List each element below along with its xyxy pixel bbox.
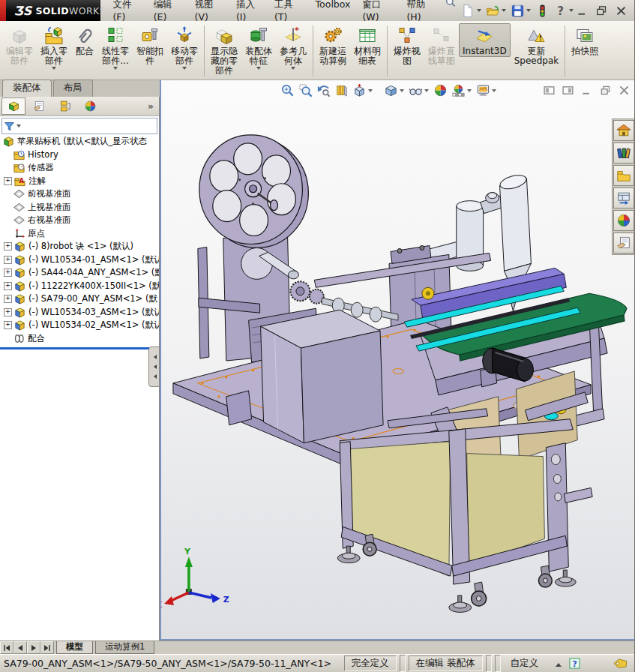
- new-doc-button[interactable]: [460, 3, 484, 19]
- pane-left-icon[interactable]: [543, 84, 556, 97]
- dropdown-caret[interactable]: [502, 9, 506, 14]
- show-hidden-button[interactable]: 显示隐藏的零部件: [207, 23, 241, 76]
- exploded-view-button[interactable]: 爆炸视图: [390, 23, 424, 67]
- tree-filter-input[interactable]: [22, 118, 157, 134]
- nav-prev-button[interactable]: [13, 641, 27, 654]
- assembly-features-button[interactable]: 装配体特征: [241, 23, 276, 73]
- label-reel[interactable]: [199, 135, 309, 248]
- fm-tab-1[interactable]: [27, 98, 51, 115]
- expand-toggle[interactable]: +: [4, 242, 12, 250]
- dropdown-caret[interactable]: [368, 89, 373, 94]
- new-motion-study-button[interactable]: 新建运动算例: [316, 23, 350, 67]
- display-style-button[interactable]: [383, 82, 406, 98]
- insert-component-button[interactable]: 插入零部件: [37, 23, 71, 73]
- dropdown-caret[interactable]: [52, 67, 56, 72]
- design-library-button[interactable]: [613, 142, 634, 164]
- view-palette-button[interactable]: [613, 188, 634, 208]
- tree-item-3[interactable]: +A注解: [0, 175, 159, 188]
- mate-button[interactable]: 配合: [71, 23, 98, 57]
- doc-restore-icon[interactable]: [599, 84, 612, 97]
- dropdown-caret[interactable]: [569, 9, 574, 14]
- appearances-ball-button[interactable]: [613, 210, 634, 231]
- status-expand-caret[interactable]: [556, 660, 562, 667]
- expand-toggle[interactable]: +: [4, 308, 12, 316]
- zoom-fit-button[interactable]: [280, 82, 295, 98]
- graphics-area[interactable]: Y X Z: [160, 80, 635, 640]
- view-orientation-button[interactable]: [352, 82, 374, 98]
- tree-item-14[interactable]: +(-) WL10534-02_ASM<1> (默认: [0, 319, 159, 332]
- tree-item-2[interactable]: 传感器: [0, 161, 159, 175]
- close-icon[interactable]: [615, 4, 628, 17]
- assembly-3d-view[interactable]: Y X Z: [161, 80, 635, 639]
- search-icon[interactable]: [445, 0, 457, 9]
- rollback-bar[interactable]: [0, 347, 159, 350]
- performance-button[interactable]: [534, 3, 551, 19]
- smart-fasteners-button[interactable]: 智能扣件: [133, 23, 167, 67]
- open-button[interactable]: [484, 3, 508, 19]
- expand-toggle[interactable]: +: [4, 177, 12, 185]
- panel-expand-chevron[interactable]: »: [148, 100, 156, 112]
- tab-layout[interactable]: 布局: [53, 80, 93, 97]
- nav-last-button[interactable]: [40, 641, 54, 654]
- nav-next-button[interactable]: [27, 641, 40, 654]
- expand-toggle[interactable]: +: [4, 321, 12, 329]
- expand-toggle[interactable]: +: [4, 295, 12, 303]
- panel-splitter-handle[interactable]: [148, 346, 160, 387]
- custom-status[interactable]: 自定义: [504, 656, 546, 670]
- section-view-button[interactable]: [334, 82, 349, 98]
- expand-toggle[interactable]: +: [4, 256, 12, 264]
- dropdown-caret[interactable]: [526, 9, 531, 14]
- doc-close-icon[interactable]: [618, 84, 631, 97]
- pane-right-icon[interactable]: [562, 84, 574, 97]
- appearance-ball-button[interactable]: [433, 82, 448, 98]
- tree-item-12[interactable]: +(-) SA79-00_ANY_ASM<1> (默: [0, 292, 159, 306]
- help-button[interactable]: ?: [552, 3, 576, 19]
- fm-tab-0[interactable]: [1, 98, 25, 115]
- tree-item-7[interactable]: 原点: [0, 227, 159, 241]
- expand-toggle[interactable]: +: [4, 282, 12, 290]
- scene-button[interactable]: [451, 82, 473, 98]
- control-box[interactable]: [261, 310, 383, 442]
- tree-item-15[interactable]: 配合: [0, 332, 159, 346]
- tree-item-10[interactable]: +(-) SA44-04A_ANY_ASM<1> (默: [0, 266, 159, 280]
- save-button[interactable]: [509, 3, 533, 19]
- tree-item-4[interactable]: 前视基准面: [0, 188, 159, 201]
- dropdown-caret[interactable]: [291, 67, 295, 72]
- dropdown-caret[interactable]: [477, 9, 481, 14]
- dropdown-caret[interactable]: [182, 67, 187, 72]
- doc-minimize-icon[interactable]: [580, 84, 593, 97]
- bom-button[interactable]: 材料明细表: [350, 23, 385, 67]
- fm-tab-2[interactable]: [52, 98, 76, 115]
- file-explorer-button[interactable]: [613, 165, 634, 186]
- snapshot-button[interactable]: 拍快照: [568, 23, 602, 57]
- view-settings-button[interactable]: [475, 82, 498, 98]
- tree-item-6[interactable]: 右视基准面: [0, 214, 159, 227]
- custom-properties-button[interactable]: [613, 232, 634, 254]
- tree-item-0[interactable]: 苹果贴标机 (默认<默认_显示状态: [0, 135, 159, 148]
- hide-show-button[interactable]: [408, 82, 430, 98]
- tab-assembly[interactable]: 装配体: [2, 80, 52, 97]
- dropdown-caret[interactable]: [256, 67, 261, 72]
- linear-pattern-button[interactable]: 线性零部件...: [98, 23, 133, 73]
- tree-item-8[interactable]: +(-) 8)robot 诀 <1> (默认): [0, 240, 159, 254]
- tree-item-1[interactable]: History: [0, 148, 159, 162]
- tree-item-13[interactable]: +(-) WL10534-03_ASM<1> (默认: [0, 306, 159, 320]
- tree-item-5[interactable]: 上视基准面: [0, 201, 159, 214]
- dropdown-caret[interactable]: [400, 89, 404, 94]
- reference-geometry-button[interactable]: *参考几何体: [276, 23, 310, 73]
- previous-view-button[interactable]: [316, 82, 331, 98]
- expand-toggle[interactable]: +: [4, 268, 12, 277]
- minimize-icon[interactable]: [576, 4, 589, 17]
- filter-funnel-icon[interactable]: [4, 121, 15, 132]
- dropdown-caret[interactable]: [492, 89, 496, 94]
- move-component-button[interactable]: 移动零部件: [167, 23, 202, 73]
- instant3d-button[interactable]: Instant3D: [459, 23, 511, 57]
- zoom-area-button[interactable]: [298, 82, 313, 98]
- dropdown-caret[interactable]: [467, 89, 472, 94]
- restore-icon[interactable]: [595, 4, 608, 17]
- filter-dropdown-caret[interactable]: [16, 124, 21, 130]
- dropdown-caret[interactable]: [113, 67, 118, 72]
- tag-icon[interactable]: [612, 658, 635, 669]
- tree-item-11[interactable]: +(-) 11222YK400X-150II<1> (默: [0, 280, 159, 293]
- status-help-icon[interactable]: ?: [569, 658, 580, 669]
